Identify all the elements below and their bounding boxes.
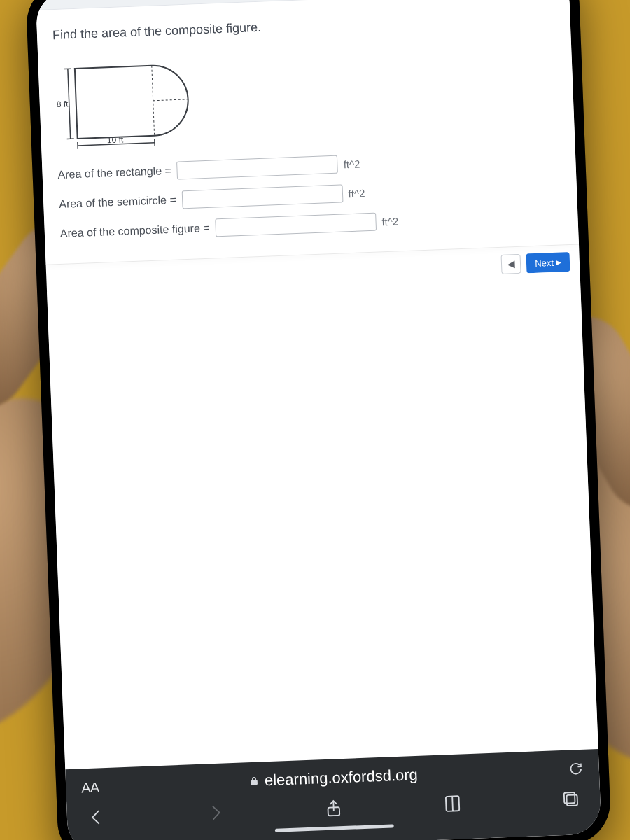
- prev-button[interactable]: ◀: [501, 254, 522, 274]
- next-button[interactable]: Next ▶: [526, 252, 570, 273]
- unit-label: ft^2: [348, 187, 365, 200]
- lock-icon: [249, 776, 260, 787]
- answer-label: Area of the semicircle =: [59, 194, 176, 211]
- unit-label: ft^2: [343, 158, 360, 170]
- answer-label: Area of the composite figure =: [60, 222, 210, 240]
- figure-width-label: 10 ft: [107, 134, 125, 145]
- back-icon[interactable]: [86, 807, 106, 827]
- question-title: Find the area of the composite figure.: [52, 9, 555, 43]
- phone-frame: Find the area of the composite figure.: [25, 0, 612, 840]
- chevron-right-icon: ▶: [556, 259, 561, 266]
- next-button-label: Next: [535, 257, 554, 268]
- semicircle-area-input[interactable]: [181, 184, 343, 209]
- rectangle-area-input[interactable]: [176, 155, 338, 180]
- share-icon[interactable]: [323, 798, 344, 818]
- chevron-left-icon: ◀: [507, 258, 515, 270]
- text-size-button[interactable]: AA: [81, 779, 99, 796]
- svg-rect-10: [564, 792, 575, 804]
- address-domain: elearning.oxfordsd.org: [264, 766, 418, 790]
- answer-row-composite: Area of the composite figure = ft^2: [59, 205, 562, 243]
- home-indicator[interactable]: [275, 824, 394, 832]
- composite-area-input[interactable]: [215, 213, 377, 237]
- composite-figure: 8 ft 10 ft: [53, 36, 559, 153]
- svg-rect-9: [566, 794, 578, 806]
- question-card: Find the area of the composite figure.: [36, 0, 579, 265]
- phone-screen: Find the area of the composite figure.: [36, 0, 602, 840]
- figure-svg: 8 ft 10 ft: [53, 50, 204, 153]
- svg-line-1: [153, 99, 188, 101]
- unit-label: ft^2: [382, 215, 398, 227]
- bookmarks-icon[interactable]: [442, 794, 463, 814]
- figure-height-label: 8 ft: [57, 99, 69, 109]
- answer-label: Area of the rectangle =: [57, 164, 172, 181]
- refresh-icon[interactable]: [568, 761, 584, 777]
- tabs-icon[interactable]: [561, 789, 581, 809]
- forward-icon[interactable]: [205, 803, 225, 823]
- content-blank: [47, 272, 598, 770]
